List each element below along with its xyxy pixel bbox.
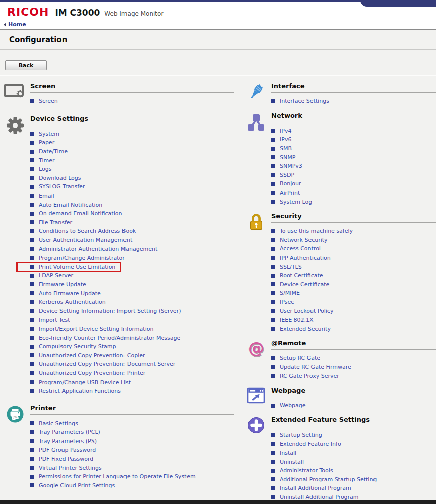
config-link-system[interactable]: System [39, 131, 59, 137]
config-link-virtual-printer-settings[interactable]: Virtual Printer Settings [39, 465, 102, 471]
config-link-extended-security[interactable]: Extended Security [280, 326, 331, 332]
config-link-ipsec[interactable]: IPsec [280, 299, 294, 305]
config-link-interface-settings[interactable]: Interface Settings [280, 98, 329, 104]
link-list: Interface Settings [271, 97, 436, 106]
square-bullet-icon [271, 182, 275, 186]
config-link-import-export-device-setting-information[interactable]: Import/Export Device Setting Information [39, 326, 153, 332]
square-bullet-icon [271, 256, 275, 260]
config-link-install[interactable]: Install [280, 450, 296, 456]
config-link-auto-firmware-update[interactable]: Auto Firmware Update [39, 290, 101, 297]
config-link-uninstall[interactable]: Uninstall [280, 459, 304, 465]
config-link-extended-feature-info[interactable]: Extended Feature Info [280, 440, 341, 447]
section-printer: PrinterBasic SettingsTray Parameters (PC… [0, 404, 241, 490]
config-link-item: SYSLOG Transfer [30, 182, 234, 192]
config-link-item: Auto Email Notification [30, 200, 234, 209]
config-link-syslog-transfer[interactable]: SYSLOG Transfer [39, 183, 85, 190]
config-link-email[interactable]: Email [39, 193, 54, 199]
config-link-unauthorized-copy-prevention-printer[interactable]: Unauthorized Copy Prevention: Printer [39, 370, 145, 376]
config-link-update-rc-gate-firmware[interactable]: Update RC Gate Firmware [280, 364, 351, 370]
config-link-screen[interactable]: Screen [39, 98, 58, 104]
config-link-administrator-tools[interactable]: Administrator Tools [280, 467, 333, 474]
config-link-item: System [30, 130, 234, 139]
config-link-program-change-usb-device-list[interactable]: Program/Change USB Device List [39, 379, 131, 386]
config-link-pdf-fixed-password[interactable]: PDF Fixed Password [39, 456, 93, 462]
config-link-user-lockout-policy[interactable]: User Lockout Policy [280, 308, 333, 314]
config-link-administrator-authentication-management[interactable]: Administrator Authentication Management [39, 246, 157, 253]
config-link-network-security[interactable]: Network Security [280, 237, 328, 243]
config-link-unauthorized-copy-prevention-copier[interactable]: Unauthorized Copy Prevention: Copier [39, 352, 145, 359]
config-link-item: Additional Program Startup Setting [271, 475, 436, 484]
config-link-setup-rc-gate[interactable]: Setup RC Gate [280, 355, 320, 361]
config-link-install-additional-program[interactable]: Install Additional Program [280, 485, 351, 491]
config-link-device-setting-information-import-setting-server[interactable]: Device Setting Information: Import Setti… [39, 308, 181, 314]
square-bullet-icon [271, 300, 275, 304]
config-link-additional-program-startup-setting[interactable]: Additional Program Startup Setting [280, 476, 377, 483]
breadcrumb-home-link[interactable]: Home [8, 21, 26, 28]
config-link-device-certificate[interactable]: Device Certificate [280, 281, 329, 288]
config-link-snmp[interactable]: SNMP [280, 154, 295, 161]
config-link-auto-email-notification[interactable]: Auto Email Notification [39, 202, 102, 208]
square-bullet-icon [30, 336, 34, 340]
config-link-item: SNMP [271, 153, 436, 162]
config-link-s-mime[interactable]: S/MIME [280, 290, 300, 296]
config-link-download-logs[interactable]: Download Logs [39, 175, 81, 181]
device-model: IM C3000 [55, 8, 100, 18]
config-link-bonjour[interactable]: Bonjour [280, 180, 301, 187]
config-link-eco-friendly-counter-period-administrator-message[interactable]: Eco-friendly Counter Period/Administrato… [39, 335, 180, 341]
config-link-conditions-to-search-address-book[interactable]: Conditions to Search Address Book [39, 228, 136, 234]
config-link-compulsory-security-stamp[interactable]: Compulsory Security Stamp [39, 343, 116, 350]
config-link-print-volume-use-limitation[interactable]: Print Volume Use Limitation [39, 264, 115, 270]
config-link-system-log[interactable]: System Log [280, 199, 312, 205]
square-bullet-icon [30, 194, 34, 198]
config-link-tray-parameters-pcl[interactable]: Tray Parameters (PCL) [39, 429, 100, 435]
config-link-item: Setup RC Gate [271, 354, 436, 363]
config-link-tray-parameters-ps[interactable]: Tray Parameters (PS) [39, 438, 97, 445]
square-bullet-icon [271, 318, 275, 322]
config-link-item: RC Gate Proxy Server [271, 371, 436, 381]
back-button[interactable]: Back [5, 60, 47, 70]
config-link-ldap-server[interactable]: LDAP Server [39, 272, 73, 279]
config-link-item: Device Certificate [271, 280, 436, 289]
config-link-permissions-for-printer-language-to-operate-file-system[interactable]: Permissions for Printer Language to Oper… [39, 473, 196, 480]
config-link-unauthorized-copy-prevention-document-server[interactable]: Unauthorized Copy Prevention: Document S… [39, 361, 175, 367]
config-link-file-transfer[interactable]: File Transfer [39, 219, 72, 226]
config-link-item: Date/Time [30, 147, 234, 156]
config-link-kerberos-authentication[interactable]: Kerberos Authentication [39, 299, 106, 305]
config-link-rc-gate-proxy-server[interactable]: RC Gate Proxy Server [280, 373, 339, 380]
config-link-import-test[interactable]: Import Test [39, 317, 70, 323]
config-link-paper[interactable]: Paper [39, 139, 54, 146]
left-column: ScreenScreenDevice SettingsSystemPaperDa… [0, 82, 241, 504]
config-link-item: Virtual Printer Settings [30, 463, 234, 472]
config-link-item: Extended Feature Info [271, 439, 436, 449]
config-link-ipv4[interactable]: IPv4 [280, 128, 291, 134]
square-bullet-icon [30, 430, 34, 434]
config-link-to-use-this-machine-safely[interactable]: To use this machine safely [280, 228, 353, 234]
config-link-uninstall-additional-program[interactable]: Uninstall Additional Program [280, 494, 359, 500]
config-link-basic-settings[interactable]: Basic Settings [39, 420, 78, 427]
config-link-smb[interactable]: SMB [280, 145, 292, 152]
square-bullet-icon [271, 238, 275, 242]
config-link-ipv6[interactable]: IPv6 [280, 136, 291, 143]
config-link-date-time[interactable]: Date/Time [39, 148, 68, 155]
config-link-firmware-update[interactable]: Firmware Update [39, 281, 86, 288]
config-link-root-certificate[interactable]: Root Certificate [280, 272, 323, 279]
config-link-timer[interactable]: Timer [39, 157, 54, 164]
config-link-user-authentication-management[interactable]: User Authentication Management [39, 237, 132, 243]
config-link-snmpv3[interactable]: SNMPv3 [280, 163, 302, 169]
config-link-access-control[interactable]: Access Control [280, 245, 321, 252]
config-link-airprint[interactable]: AirPrint [280, 190, 300, 196]
config-link-on-demand-email-notification[interactable]: On-demand Email Notification [39, 210, 122, 217]
config-link-startup-setting[interactable]: Startup Setting [280, 432, 322, 438]
config-link-restrict-application-functions[interactable]: Restrict Application Functions [39, 388, 121, 394]
config-link-program-change-administrator[interactable]: Program/Change Administrator [39, 255, 125, 261]
config-link-pdf-group-password[interactable]: PDF Group Password [39, 447, 96, 453]
config-link-ssl-tls[interactable]: SSL/TLS [280, 264, 302, 270]
config-link-ieee-802-1x[interactable]: IEEE 802.1X [280, 317, 314, 323]
config-link-ipp-authentication[interactable]: IPP Authentication [280, 255, 331, 261]
config-link-webpage[interactable]: Webpage [280, 402, 305, 409]
section-title-security: Security [271, 212, 436, 223]
config-link-logs[interactable]: Logs [39, 166, 51, 172]
config-link-google-cloud-print-settings[interactable]: Google Cloud Print Settings [39, 482, 115, 489]
config-link-item: Install Additional Program [271, 484, 436, 493]
config-link-ssdp[interactable]: SSDP [280, 172, 294, 178]
